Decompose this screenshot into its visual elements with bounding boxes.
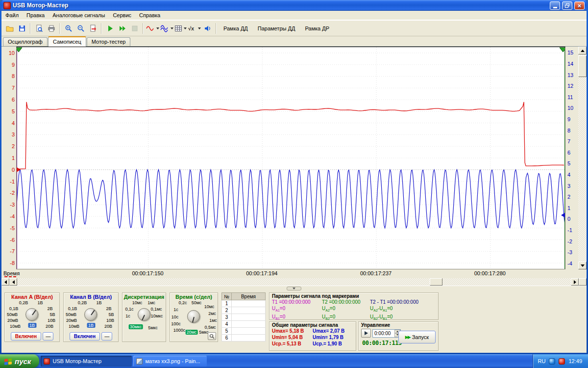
dial-label: 0,2с — [178, 300, 187, 305]
menu-file[interactable]: Файл — [1, 11, 23, 19]
collapse-icon — [293, 288, 295, 289]
math-button[interactable]: √x — [187, 22, 201, 34]
taskbar-task-paint[interactable]: матиз хх3.png - Pain... — [133, 356, 207, 367]
paint-icon — [136, 358, 143, 365]
play-record-button[interactable] — [361, 329, 371, 338]
vertical-scroll-thumb[interactable] — [578, 55, 587, 77]
minimize-button[interactable] — [550, 1, 560, 10]
right-axis-label: 3 — [567, 183, 570, 189]
fast-forward-icon — [119, 25, 126, 32]
marker-ub2: UВ2=0 — [322, 314, 370, 322]
page-arrow-icon — [89, 25, 97, 32]
menu-service[interactable]: Сервис — [109, 11, 135, 19]
scroll-up-button[interactable] — [578, 47, 587, 54]
chevron-down-icon — [156, 27, 159, 29]
signal-parameters-box: Общие параметры сигнала Umax= 5,18 В Uma… — [269, 321, 356, 351]
left-axis-label: 6 — [12, 97, 15, 103]
menu-edit[interactable]: Правка — [23, 11, 49, 19]
channel-a-power-button[interactable]: Включен — [11, 332, 41, 341]
zoom-in-button[interactable] — [62, 22, 74, 34]
menu-analog-signals[interactable]: Аналоговые сигналы — [49, 11, 109, 19]
params-dd-button[interactable]: Параметры ДД — [253, 22, 300, 34]
records-col-time: Время — [232, 293, 266, 300]
knob-pointer — [192, 317, 195, 323]
right-axis-label: 11 — [567, 94, 573, 100]
marker-parameters-box: Параметры сигнала под маркерами T1 =00:0… — [269, 292, 439, 320]
toolbar: √x Рамка ДД Параметры ДД Рамка ДР — [1, 20, 587, 36]
scroll-down-button[interactable] — [578, 262, 587, 269]
channel-a-knob[interactable] — [25, 308, 38, 321]
timebase-knob[interactable] — [187, 310, 200, 323]
channel-a-shift-button[interactable]: — — [43, 332, 53, 341]
sampling-title: Дискретизация — [123, 294, 165, 300]
horizontal-scrollbar[interactable] — [1, 278, 587, 286]
fast-forward-button[interactable] — [116, 22, 128, 34]
time-label: 00:00:17:194 — [240, 270, 284, 276]
restore-button[interactable] — [562, 1, 572, 10]
grid-settings-button[interactable] — [174, 22, 187, 34]
records-table[interactable]: № Время 1 2 3 4 5 6 — [221, 292, 266, 342]
time-label: 00:00:17:150 — [126, 270, 170, 276]
tab-recorder[interactable]: Самописец — [48, 36, 86, 47]
left-axis-label: 4 — [12, 120, 15, 126]
table-row[interactable]: 4 — [222, 321, 266, 328]
dial-label: 10В — [48, 318, 55, 323]
frame-dr-button[interactable]: Рамка ДР — [300, 22, 334, 34]
horizontal-scroll-thumb[interactable] — [430, 278, 442, 286]
channel-b-knob[interactable] — [84, 308, 97, 321]
toolbar-separator — [59, 23, 60, 34]
horizontal-scroll-track[interactable] — [17, 278, 571, 286]
open-button[interactable] — [3, 22, 16, 34]
oscillogram-plot[interactable] — [16, 47, 565, 269]
table-row[interactable]: 3 — [222, 314, 266, 321]
arrow-down-icon — [581, 264, 585, 267]
channel-b-signal-button[interactable] — [160, 22, 174, 34]
tab-oscilloscope[interactable]: Осциллограф — [3, 37, 48, 46]
scroll-left-button[interactable] — [1, 278, 9, 286]
tray-icon-2[interactable] — [559, 358, 565, 365]
tab-motor-tester[interactable]: Мотор-тестер — [87, 37, 131, 46]
frame-dd-button[interactable]: Рамка ДД — [219, 22, 253, 34]
table-row[interactable]: 6 — [222, 335, 266, 342]
magnifier-icon — [209, 334, 215, 339]
vertical-scrollbar[interactable] — [578, 47, 587, 269]
language-indicator[interactable]: RU — [538, 358, 546, 364]
dial-label: 2В — [47, 306, 52, 311]
start-button[interactable]: пуск — [0, 354, 39, 368]
timebase-zoom-button[interactable] — [208, 332, 216, 340]
start-run-button[interactable]: ▶▶ Запуск — [398, 331, 436, 343]
channel-b-power-button[interactable]: Включен — [70, 332, 100, 341]
table-row[interactable]: 5 — [222, 328, 266, 335]
channel-b-shift-button[interactable]: — — [101, 332, 112, 341]
taskbar-task-motor-master[interactable]: USB Мотор-Мастер — [41, 356, 132, 367]
right-axis-label: -4 — [567, 261, 572, 266]
scroll-left-fine-button[interactable] — [9, 278, 17, 286]
right-axis-label: 14 — [567, 61, 573, 67]
close-button[interactable]: × — [574, 1, 585, 10]
counter-spinner[interactable]: 0:00:00 — [372, 329, 401, 338]
left-axis-label: 2 — [12, 143, 15, 149]
save-button[interactable] — [16, 22, 28, 34]
zoom-out-button[interactable] — [74, 22, 87, 34]
dial-label: 0,5мс — [204, 325, 216, 330]
print-preview-button[interactable] — [33, 22, 45, 34]
dial-label: 0,1мс — [150, 307, 162, 312]
collapse-panel-button[interactable] — [287, 287, 301, 290]
sound-button[interactable] — [201, 22, 214, 34]
marker-dub: UВ2-UВ1=0 — [370, 314, 436, 322]
dial-label: 1с — [125, 314, 130, 318]
title-bar[interactable]: USB Мотор-Мастер × — [1, 0, 587, 11]
dial-label: 50мВ — [7, 312, 18, 317]
stop-button[interactable] — [128, 22, 141, 34]
scroll-right-button[interactable] — [571, 278, 579, 286]
table-row[interactable]: 1 — [222, 300, 266, 307]
channel-a-signal-button[interactable] — [146, 22, 160, 34]
report-button[interactable] — [87, 22, 99, 34]
play-button[interactable] — [104, 22, 116, 34]
menu-help[interactable]: Справка — [135, 11, 164, 19]
table-row[interactable]: 2 — [222, 307, 266, 314]
tray-icon-1[interactable] — [549, 358, 555, 365]
sampling-knob[interactable] — [138, 308, 150, 321]
vertical-scroll-track[interactable] — [578, 54, 587, 262]
print-button[interactable] — [45, 22, 57, 34]
